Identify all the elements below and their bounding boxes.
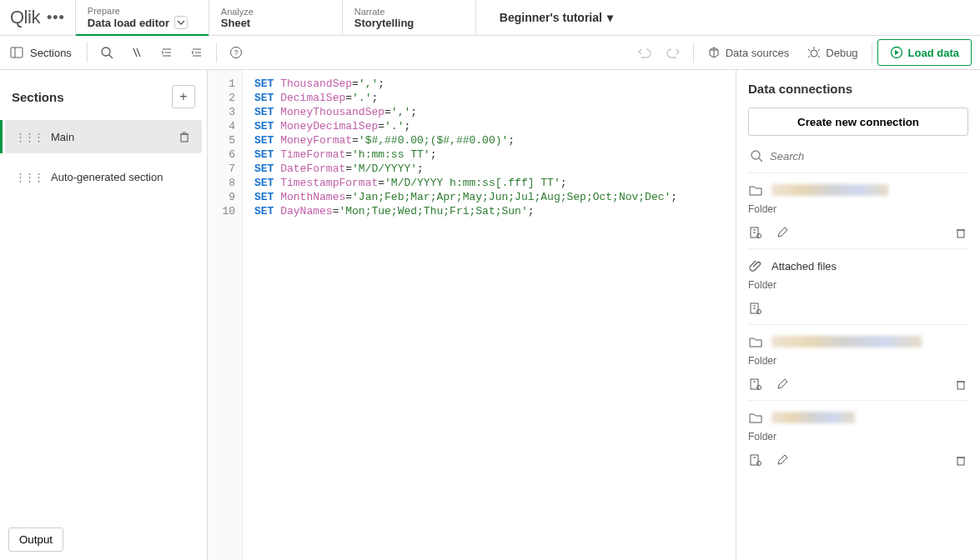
toolbar: Sections ? Data sources Debug Load data: [0, 36, 980, 70]
svg-text:?: ?: [234, 48, 238, 57]
sections-toggle[interactable]: Sections: [3, 38, 82, 68]
redo-icon[interactable]: [660, 39, 688, 66]
svg-point-31: [757, 234, 761, 238]
sidebar-title: Sections: [12, 90, 64, 104]
logo-area: Qlik •••: [0, 0, 75, 35]
connections-search[interactable]: [748, 146, 968, 166]
search-icon[interactable]: [93, 39, 121, 66]
chevron-down-icon[interactable]: [174, 16, 188, 29]
svg-line-20: [808, 56, 810, 58]
connection-item: Folder: [748, 400, 968, 476]
svg-rect-41: [957, 382, 964, 389]
comment-icon[interactable]: [123, 39, 151, 66]
nav-tab-prepare[interactable]: Prepare Data load editor: [75, 0, 209, 35]
help-icon[interactable]: ?: [222, 39, 250, 66]
app-title[interactable]: Beginner's tutorial▾: [500, 11, 613, 24]
connection-type: Folder: [748, 279, 968, 291]
delete-icon[interactable]: [953, 225, 968, 240]
divider: [87, 42, 88, 62]
code-editor[interactable]: 12345678910 SET ThousandSep=',';SET Deci…: [208, 70, 736, 560]
sections-sidebar: Sections + ⋮⋮⋮ Main ⋮⋮⋮ Auto-generated s…: [0, 70, 208, 560]
nav-tab-title: Data load editor: [88, 16, 197, 29]
section-item-auto[interactable]: ⋮⋮⋮ Auto-generated section: [5, 160, 202, 193]
debug-button[interactable]: Debug: [799, 39, 866, 66]
svg-rect-0: [11, 48, 23, 58]
folder-icon: [748, 410, 763, 425]
connection-type: Folder: [748, 203, 968, 215]
indent-icon[interactable]: [153, 39, 181, 66]
connection-name: Attached files: [771, 260, 837, 272]
data-sources-button[interactable]: Data sources: [699, 39, 798, 66]
folder-icon: [748, 334, 763, 349]
connection-item: Folder: [748, 172, 968, 248]
svg-rect-46: [957, 458, 964, 465]
svg-point-45: [757, 462, 761, 466]
select-data-icon[interactable]: [748, 452, 763, 468]
divider: [693, 42, 694, 62]
delete-icon[interactable]: [953, 377, 968, 392]
svg-point-2: [102, 48, 110, 56]
delete-icon[interactable]: [177, 129, 192, 144]
connection-name: [771, 412, 855, 423]
section-item-label: Auto-generated section: [51, 171, 163, 183]
load-data-button[interactable]: Load data: [877, 39, 972, 66]
section-item-main[interactable]: ⋮⋮⋮ Main: [5, 120, 202, 153]
folder-icon: [748, 182, 763, 198]
outdent-icon[interactable]: [183, 39, 211, 66]
connection-type: Folder: [748, 431, 968, 442]
connection-name: [771, 184, 888, 196]
divider: [216, 42, 217, 62]
divider: [872, 42, 872, 62]
svg-line-3: [109, 55, 113, 58]
search-input[interactable]: [770, 150, 967, 162]
svg-line-5: [137, 48, 140, 57]
app-title-area: Beginner's tutorial▾: [475, 0, 980, 35]
more-menu-icon[interactable]: •••: [47, 9, 65, 27]
line-gutter: 12345678910: [208, 70, 243, 560]
code-area[interactable]: SET ThousandSep=',';SET DecimalSep='.';S…: [243, 70, 736, 560]
nav-tab-title: Storytelling: [354, 17, 464, 29]
select-data-icon[interactable]: [748, 377, 763, 392]
svg-line-21: [818, 56, 820, 58]
select-data-icon[interactable]: [748, 225, 763, 240]
top-navigation: Qlik ••• Prepare Data load editor Analyz…: [0, 0, 980, 36]
undo-icon[interactable]: [630, 39, 658, 66]
nav-tab-title: Sheet: [221, 17, 330, 29]
output-button[interactable]: Output: [8, 528, 63, 552]
nav-tab-label: Analyze: [221, 7, 330, 17]
connection-type: Folder: [748, 355, 968, 367]
connection-item: Folder: [748, 324, 968, 400]
select-data-icon[interactable]: [748, 301, 763, 316]
nav-tab-label: Narrate: [354, 7, 464, 17]
svg-point-40: [757, 386, 761, 390]
svg-line-19: [818, 49, 820, 51]
nav-tab-analyze[interactable]: Analyze Sheet: [209, 0, 342, 35]
connection-name: [771, 336, 922, 348]
edit-icon[interactable]: [775, 452, 790, 468]
svg-point-16: [811, 50, 817, 57]
chevron-down-icon[interactable]: ▾: [607, 11, 613, 24]
drag-handle-icon[interactable]: ⋮⋮⋮: [15, 131, 43, 143]
svg-line-27: [759, 158, 762, 162]
connections-title: Data connections: [748, 82, 968, 96]
delete-icon[interactable]: [953, 452, 968, 468]
edit-icon[interactable]: [775, 377, 790, 392]
svg-line-4: [133, 48, 137, 57]
edit-icon[interactable]: [775, 225, 790, 240]
svg-point-37: [757, 310, 761, 314]
data-connections-panel: Data connections Create new connection F…: [736, 70, 980, 560]
add-section-button[interactable]: +: [172, 85, 195, 108]
qlik-logo[interactable]: Qlik: [10, 7, 40, 28]
section-item-label: Main: [51, 131, 74, 143]
svg-point-26: [751, 151, 760, 159]
search-icon: [750, 149, 763, 162]
svg-line-18: [808, 49, 810, 51]
drag-handle-icon[interactable]: ⋮⋮⋮: [15, 171, 43, 183]
nav-tab-narrate[interactable]: Narrate Storytelling: [342, 0, 475, 35]
svg-rect-23: [181, 134, 188, 142]
create-connection-button[interactable]: Create new connection: [748, 108, 968, 136]
connection-item-attached: Attached files Folder: [748, 248, 968, 324]
attachment-icon: [748, 258, 763, 273]
nav-tab-label: Prepare: [88, 6, 197, 16]
svg-rect-32: [957, 230, 964, 238]
